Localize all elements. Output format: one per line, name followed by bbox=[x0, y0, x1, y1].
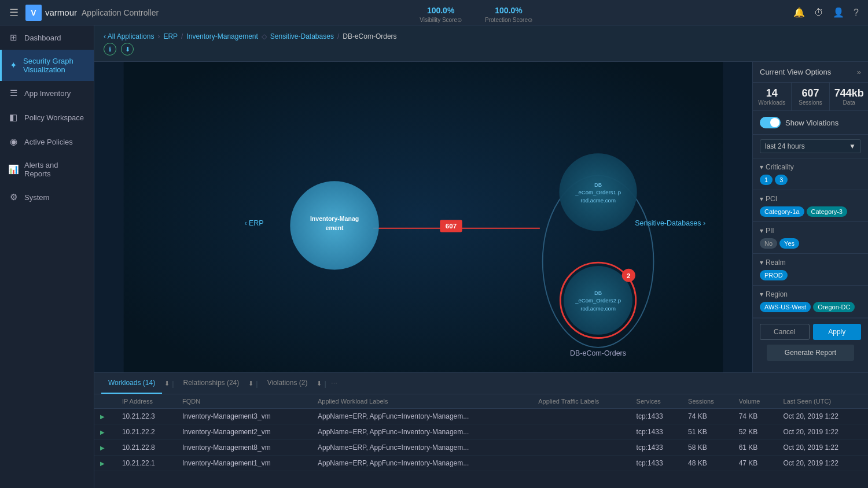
pii-tag-no[interactable]: No bbox=[760, 238, 777, 249]
report-button-wrap: Generate Report bbox=[753, 345, 868, 372]
pci-tag-cat3[interactable]: Category-3 bbox=[807, 206, 847, 217]
svg-text:2: 2 bbox=[627, 272, 630, 279]
row-expand-icon[interactable]: ▶ bbox=[94, 424, 116, 440]
table-row: ▶ 10.21.22.2 Inventory-Management2_vm Ap… bbox=[94, 424, 868, 440]
pci-label: PCI bbox=[766, 195, 777, 203]
table-header: IP Address FQDN Applied Workload Labels … bbox=[94, 394, 868, 409]
pii-header[interactable]: ▾ PII bbox=[760, 227, 861, 235]
col-fqdn[interactable]: FQDN bbox=[176, 394, 312, 409]
user-icon[interactable]: 👤 bbox=[833, 7, 844, 18]
pci-tag-cat1a[interactable]: Category-1a bbox=[760, 206, 804, 217]
svg-text:rod.acme.com: rod.acme.com bbox=[580, 305, 616, 312]
pci-arrow: ▾ bbox=[760, 195, 763, 203]
col-last-seen[interactable]: Last Seen (UTC) bbox=[778, 394, 868, 409]
info-button[interactable]: ℹ bbox=[104, 43, 116, 56]
protection-score: 100.0% Protection Score⊙ bbox=[485, 2, 532, 23]
violations-download-icon[interactable]: ⬇ bbox=[317, 380, 322, 387]
col-ip[interactable]: IP Address bbox=[116, 394, 176, 409]
logo-box: V bbox=[25, 5, 42, 21]
tab-relationships[interactable]: Relationships (24) bbox=[176, 373, 247, 394]
svg-text:Sensitive-Databases ›: Sensitive-Databases › bbox=[635, 219, 705, 227]
workloads-download-icon[interactable]: ⬇ bbox=[164, 380, 170, 387]
svg-text:‹ ERP: ‹ ERP bbox=[244, 219, 263, 227]
cell-last-seen: Oct 20, 2019 1:22 bbox=[778, 424, 868, 440]
region-filter: ▾ Region AWS-US-West Oregon-DC bbox=[753, 286, 868, 317]
menu-icon[interactable]: ☰ bbox=[9, 6, 19, 19]
breadcrumb-erp[interactable]: ERP bbox=[163, 32, 178, 40]
cell-workload-labels: AppName=ERP, AppFunc=Inventory-Managem..… bbox=[312, 456, 532, 471]
cell-workload-labels: AppName=ERP, AppFunc=Inventory-Managem..… bbox=[312, 424, 532, 440]
pci-tags: Category-1a Category-3 bbox=[760, 206, 861, 217]
pci-header[interactable]: ▾ PCI bbox=[760, 195, 861, 203]
sessions-stat: 607 Sessions bbox=[792, 83, 830, 110]
apply-button[interactable]: Apply bbox=[813, 324, 862, 340]
cell-traffic-labels bbox=[532, 456, 630, 471]
download-button[interactable]: ⬇ bbox=[121, 43, 134, 56]
region-header[interactable]: ▾ Region bbox=[760, 290, 861, 298]
cancel-button[interactable]: Cancel bbox=[760, 324, 810, 340]
sidebar-item-active-policies[interactable]: ◉ Active Policies bbox=[0, 130, 94, 154]
sidebar-item-app-inventory[interactable]: ☰ App Inventory bbox=[0, 81, 94, 105]
cell-fqdn: Inventory-Management2_vm bbox=[176, 424, 312, 440]
svg-text:607: 607 bbox=[446, 223, 457, 230]
svg-rect-0 bbox=[124, 62, 723, 372]
cell-fqdn: Inventory-Management1_vm bbox=[176, 456, 312, 471]
notification-icon[interactable]: 🔔 bbox=[793, 7, 805, 18]
criticality-tag-3[interactable]: 3 bbox=[775, 175, 788, 185]
cell-workload-labels: AppName=ERP, AppFunc=Inventory-Managem..… bbox=[312, 440, 532, 456]
cell-last-seen: Oct 20, 2019 1:22 bbox=[778, 409, 868, 424]
content-area: ‹ All Applications › ERP / Inventory-Man… bbox=[94, 25, 868, 488]
breadcrumb-sensitive[interactable]: Sensitive-Databases bbox=[270, 32, 334, 40]
help-icon[interactable]: ? bbox=[854, 8, 859, 18]
show-violations-row: Show Violations bbox=[753, 111, 868, 135]
row-expand-icon[interactable]: ▶ bbox=[94, 440, 116, 456]
sidebar-label-dashboard: Dashboard bbox=[24, 34, 61, 42]
violations-toggle[interactable] bbox=[760, 117, 781, 128]
sidebar-item-policy-workspace[interactable]: ◧ Policy Workspace bbox=[0, 105, 94, 130]
realm-filter: ▾ Realm PROD bbox=[753, 254, 868, 286]
tab-violations[interactable]: Violations (2) bbox=[260, 373, 315, 394]
time-range-dropdown[interactable]: last 24 hours ▼ bbox=[760, 139, 861, 153]
policy-workspace-icon: ◧ bbox=[8, 112, 19, 123]
col-traffic-labels[interactable]: Applied Traffic Labels bbox=[532, 394, 630, 409]
criticality-header[interactable]: ▾ Criticality bbox=[760, 163, 861, 171]
pci-filter: ▾ PCI Category-1a Category-3 bbox=[753, 190, 868, 222]
svg-text:rod.acme.com: rod.acme.com bbox=[580, 197, 616, 204]
breadcrumb-inventory[interactable]: Inventory-Management bbox=[186, 32, 258, 40]
col-volume[interactable]: Volume bbox=[733, 394, 778, 409]
tab-workloads[interactable]: Workloads (14) bbox=[101, 373, 162, 394]
alerts-icon: 📊 bbox=[8, 164, 19, 175]
clock-icon[interactable]: ⏱ bbox=[814, 8, 823, 18]
dashboard-icon: ⊞ bbox=[8, 32, 19, 43]
region-tags: AWS-US-West Oregon-DC bbox=[760, 302, 861, 312]
table-row: ▶ 10.21.22.3 Inventory-Management3_vm Ap… bbox=[94, 409, 868, 424]
region-tag-oregon[interactable]: Oregon-DC bbox=[813, 302, 855, 312]
sidebar-item-alerts-reports[interactable]: 📊 Alerts and Reports bbox=[0, 154, 94, 185]
region-tag-aws[interactable]: AWS-US-West bbox=[760, 302, 811, 312]
violations-label: Show Violations bbox=[785, 119, 838, 127]
sidebar: ⊞ Dashboard ✦ Security Graph Visualizati… bbox=[0, 25, 94, 488]
sidebar-label-active-policies: Active Policies bbox=[24, 138, 73, 146]
sidebar-label-app-inventory: App Inventory bbox=[24, 89, 71, 98]
more-options-icon[interactable]: ⋯ bbox=[331, 380, 337, 387]
breadcrumb-all-apps[interactable]: ‹ All Applications bbox=[104, 32, 154, 40]
realm-tag-prod[interactable]: PROD bbox=[760, 270, 788, 280]
data-size: 744kb bbox=[832, 87, 866, 99]
sidebar-item-dashboard[interactable]: ⊞ Dashboard bbox=[0, 25, 94, 50]
col-workload-labels[interactable]: Applied Workload Labels bbox=[312, 394, 532, 409]
pii-tag-yes[interactable]: Yes bbox=[779, 238, 799, 249]
cell-ip: 10.21.22.3 bbox=[116, 409, 176, 424]
row-expand-icon[interactable]: ▶ bbox=[94, 456, 116, 471]
row-expand-icon[interactable]: ▶ bbox=[94, 409, 116, 424]
region-label: Region bbox=[766, 290, 788, 298]
sidebar-item-security-graph[interactable]: ✦ Security Graph Visualization bbox=[0, 50, 94, 81]
generate-report-button[interactable]: Generate Report bbox=[767, 345, 854, 361]
col-services[interactable]: Services bbox=[631, 394, 683, 409]
criticality-tag-1[interactable]: 1 bbox=[760, 175, 773, 185]
expand-icon[interactable]: » bbox=[857, 68, 861, 76]
pii-filter: ▾ PII No Yes bbox=[753, 222, 868, 254]
relationships-download-icon[interactable]: ⬇ bbox=[248, 380, 253, 387]
sidebar-item-system[interactable]: ⚙ System bbox=[0, 185, 94, 209]
col-sessions[interactable]: Sessions bbox=[682, 394, 733, 409]
realm-header[interactable]: ▾ Realm bbox=[760, 258, 861, 267]
